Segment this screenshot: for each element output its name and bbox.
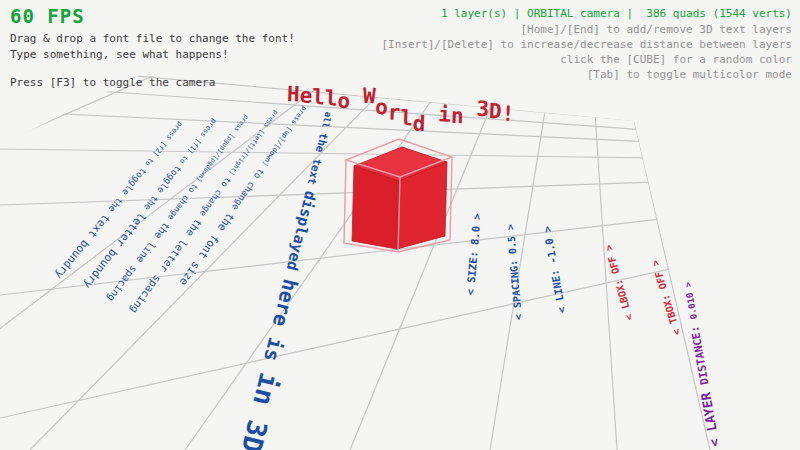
hello-char: l [312, 87, 325, 108]
hello-char: ! [501, 104, 514, 125]
hint-drag-drop: Drag & drop a font file to change the fo… [10, 32, 295, 45]
hello-char: 3 [476, 99, 489, 120]
hint-layer-distance: [Insert]/[Delete] to increase/decrease d… [381, 38, 792, 51]
hint-cube-color: click the [CUBE] for a random color [560, 53, 792, 66]
hello-char: o [375, 97, 388, 118]
hello-char: l [325, 88, 338, 109]
hint-layers: [Home]/[End] to add/remove 3D text layer… [520, 23, 792, 36]
hello-char [350, 86, 363, 107]
hint-multicolor: [Tab] to toggle multicolor mode [587, 68, 792, 81]
app-window: 60 FPS Drag & drop a font file to change… [0, 0, 800, 450]
status-bar: 1 layer(s) | ORBITAL camera | 386 quads … [441, 7, 792, 20]
hello-char: i [438, 104, 451, 125]
hello-char: d [412, 113, 425, 134]
hello-char [426, 97, 439, 118]
fps-counter: 60 FPS [10, 5, 85, 27]
hello-char: W [363, 86, 376, 107]
hello-char: n [451, 106, 464, 127]
hello-char: H [287, 84, 300, 105]
cube-face-left[interactable] [352, 166, 399, 249]
cube[interactable] [330, 125, 470, 265]
hello-char [463, 100, 476, 121]
hint-camera-toggle: Press [F3] to toggle the camera [10, 76, 215, 89]
hello-char: e [299, 85, 312, 106]
hello-char: r [387, 103, 400, 124]
hello-char: D [489, 101, 502, 122]
hello-char: o [337, 91, 350, 112]
hello-char: l [400, 108, 413, 129]
hint-type: Type something, see what happens! [10, 48, 229, 61]
